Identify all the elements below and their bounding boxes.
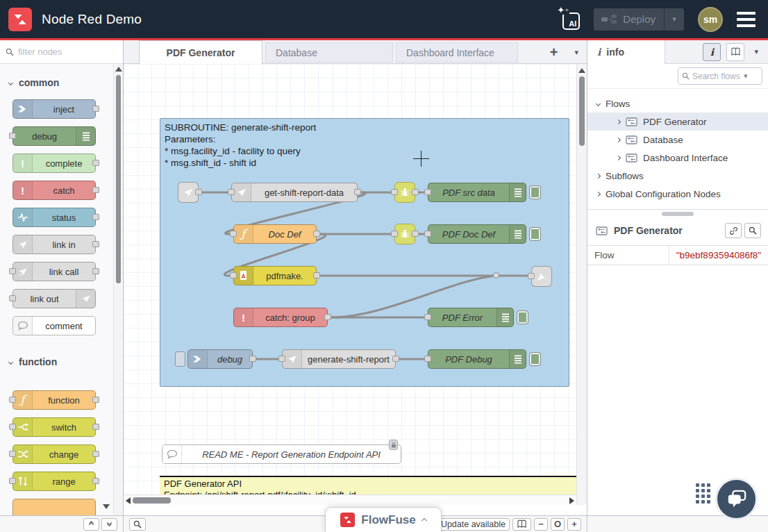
node-catch-group[interactable]: ! catch: group <box>233 308 328 327</box>
palette-node-link-in[interactable]: link in <box>12 235 96 254</box>
output-port[interactable] <box>92 478 99 484</box>
tab-dashboard-interface[interactable]: Dashboard Interface <box>396 42 518 63</box>
copy-link-button[interactable] <box>725 223 742 238</box>
flow-canvas[interactable]: SUBROUTINE: generate-shift-report Parame… <box>124 64 587 505</box>
scrollbar-thumb[interactable] <box>579 76 585 146</box>
add-flow-button[interactable]: + <box>550 44 558 60</box>
output-port[interactable] <box>412 231 419 237</box>
scroll-up-icon[interactable] <box>115 67 122 72</box>
node-bug-junction[interactable] <box>394 224 415 244</box>
palette-filter[interactable] <box>0 40 123 64</box>
input-port[interactable] <box>9 478 16 484</box>
search-flows-button[interactable] <box>129 518 146 531</box>
input-port[interactable] <box>9 268 16 274</box>
debug-enable-toggle[interactable] <box>529 352 541 366</box>
deploy-caret-icon[interactable]: ▾ <box>665 15 684 24</box>
palette-category-function[interactable]: function <box>0 343 113 369</box>
output-port[interactable] <box>195 189 202 195</box>
sidebar-splitter[interactable] <box>587 209 768 217</box>
node-readme-comment[interactable]: READ ME - Report Generation Endpoint API <box>162 444 401 464</box>
palette-node-link-out[interactable]: link out <box>12 289 96 308</box>
ai-assistant-button[interactable]: AI ✦✧ <box>558 8 580 31</box>
output-port[interactable] <box>92 241 99 247</box>
input-port[interactable] <box>424 314 431 320</box>
input-port[interactable] <box>528 273 535 279</box>
scroll-right-icon[interactable] <box>569 497 574 504</box>
widget-drag-handle[interactable] <box>696 483 712 506</box>
input-port[interactable] <box>9 424 16 430</box>
input-port[interactable] <box>230 272 237 279</box>
chat-widget-button[interactable] <box>715 478 758 520</box>
node-link-out[interactable] <box>531 266 552 287</box>
node-get-shift-report-data[interactable]: get-shift-report-data <box>231 183 358 202</box>
output-port[interactable] <box>92 424 99 430</box>
input-port[interactable] <box>9 133 16 139</box>
output-port[interactable] <box>92 451 99 457</box>
input-port[interactable] <box>424 356 431 362</box>
node-link-in[interactable] <box>178 182 199 203</box>
tree-item-subflows[interactable]: Subflows <box>587 167 768 185</box>
input-port[interactable] <box>9 295 16 301</box>
output-port[interactable] <box>92 187 99 193</box>
find-in-flow-button[interactable] <box>744 223 761 238</box>
drag-handle[interactable] <box>662 212 694 216</box>
node-pdf-doc-def[interactable]: PDF Doc Def <box>428 224 526 244</box>
palette-node-debug[interactable]: debug <box>12 126 96 146</box>
tree-item-database[interactable]: Database <box>587 131 768 149</box>
input-port[interactable] <box>230 231 237 237</box>
node-generate-shift-report[interactable]: generate-shift-report <box>282 349 396 369</box>
palette-scrollbar[interactable] <box>113 64 123 515</box>
debug-enable-toggle[interactable] <box>529 227 541 241</box>
tree-item-pdf-generator[interactable]: PDF Generator <box>587 113 768 131</box>
debug-enable-toggle[interactable] <box>517 310 528 324</box>
palette-category-common[interactable]: common <box>0 64 113 90</box>
scrollbar-thumb[interactable] <box>116 75 121 283</box>
wire-junction[interactable] <box>493 272 499 279</box>
docs-view-button[interactable] <box>726 43 744 61</box>
palette-node-comment[interactable]: comment <box>12 316 96 335</box>
zoom-reset-button[interactable]: O <box>551 518 565 531</box>
input-port[interactable] <box>391 189 398 195</box>
navigator-button[interactable] <box>512 518 531 531</box>
palette-node-complete[interactable]: ! complete <box>12 153 96 173</box>
palette-node-function[interactable]: ƒ function <box>12 390 96 410</box>
expand-all-button[interactable] <box>101 518 117 531</box>
main-menu-button[interactable] <box>737 8 756 31</box>
input-port[interactable] <box>424 231 431 237</box>
flow-list-caret[interactable]: ▾ <box>574 48 578 57</box>
scrollbar-thumb[interactable] <box>133 497 171 504</box>
node-inject-debug[interactable]: debug <box>187 349 253 369</box>
output-port[interactable] <box>354 189 361 195</box>
output-port[interactable] <box>92 268 99 274</box>
search-flows-box[interactable]: ▾ <box>678 67 762 85</box>
palette-node-change[interactable]: change <box>12 444 96 464</box>
palette-node-inject[interactable]: inject <box>12 99 96 119</box>
output-port[interactable] <box>313 272 320 279</box>
output-port[interactable] <box>92 397 99 403</box>
scroll-down-icon[interactable] <box>103 504 110 509</box>
user-avatar[interactable]: sm <box>698 7 723 32</box>
input-port[interactable] <box>228 189 235 195</box>
canvas-v-scrollbar[interactable] <box>576 64 587 505</box>
output-port[interactable] <box>249 356 256 362</box>
output-port[interactable] <box>92 106 99 112</box>
input-port[interactable] <box>9 451 16 457</box>
input-port[interactable] <box>9 397 16 403</box>
flowfuse-panel-toggle[interactable]: FlowFuse <box>325 507 442 532</box>
palette-node-link-call[interactable]: link call <box>12 262 96 281</box>
node-pdfmake[interactable]: pdfmake. <box>233 266 317 285</box>
output-port[interactable] <box>412 189 419 195</box>
tab-info[interactable]: i info <box>587 40 665 64</box>
canvas-h-scrollbar[interactable] <box>124 494 576 505</box>
flow-id-value[interactable]: "b9ebf893594086f8" <box>669 246 768 265</box>
node-doc-def[interactable]: ƒ Doc Def <box>233 224 317 244</box>
inject-trigger-button[interactable] <box>175 351 185 367</box>
input-port[interactable] <box>391 231 398 237</box>
info-view-button[interactable]: i <box>703 43 721 61</box>
input-port[interactable] <box>278 356 285 362</box>
scroll-up-icon[interactable] <box>578 68 585 73</box>
tab-database[interactable]: Database <box>265 42 393 63</box>
palette-node-range[interactable]: range <box>12 472 96 491</box>
sidebar-menu-caret[interactable]: ▾ <box>754 47 758 56</box>
zoom-in-button[interactable]: + <box>567 518 581 531</box>
